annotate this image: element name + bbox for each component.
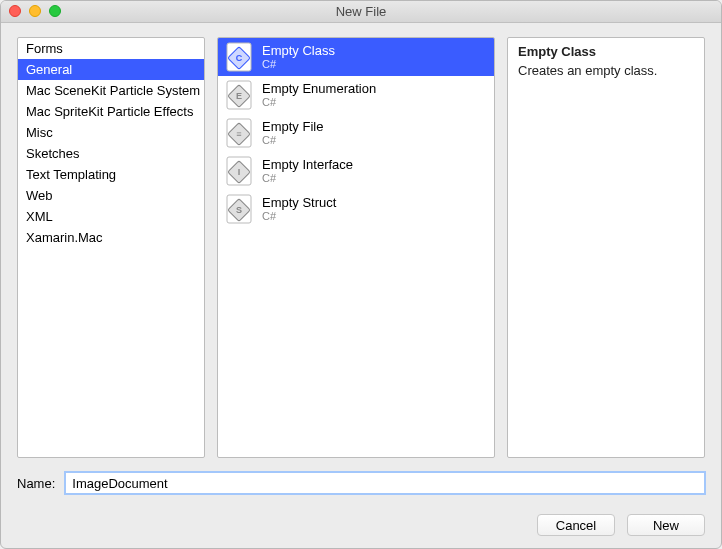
template-name: Empty Struct [262, 196, 336, 210]
category-item[interactable]: Xamarin.Mac [18, 227, 204, 248]
category-item[interactable]: Mac SceneKit Particle System [18, 80, 204, 101]
template-name: Empty Interface [262, 158, 353, 172]
template-list: CEmpty ClassC#EEmpty EnumerationC#≡Empty… [218, 38, 494, 228]
template-panel: CEmpty ClassC#EEmpty EnumerationC#≡Empty… [217, 37, 495, 458]
description-title: Empty Class [518, 44, 694, 59]
file-icon: ≡ [226, 118, 252, 148]
panels: FormsGeneralMac SceneKit Particle System… [17, 37, 705, 458]
minimize-icon[interactable] [29, 5, 41, 17]
template-item[interactable]: SEmpty StructC# [218, 190, 494, 228]
category-item[interactable]: General [18, 59, 204, 80]
category-item[interactable]: Web [18, 185, 204, 206]
name-input[interactable] [65, 472, 705, 494]
file-icon: C [226, 42, 252, 72]
template-item[interactable]: EEmpty EnumerationC# [218, 76, 494, 114]
category-item[interactable]: Sketches [18, 143, 204, 164]
category-panel: FormsGeneralMac SceneKit Particle System… [17, 37, 205, 458]
template-lang: C# [262, 172, 353, 184]
description-panel: Empty Class Creates an empty class. [507, 37, 705, 458]
new-file-dialog: New File FormsGeneralMac SceneKit Partic… [0, 0, 722, 549]
category-item[interactable]: XML [18, 206, 204, 227]
template-text: Empty StructC# [262, 196, 336, 222]
svg-text:C: C [236, 53, 243, 63]
close-icon[interactable] [9, 5, 21, 17]
name-label: Name: [17, 476, 55, 491]
category-item[interactable]: Mac SpriteKit Particle Effects [18, 101, 204, 122]
template-name: Empty Enumeration [262, 82, 376, 96]
category-item[interactable]: Forms [18, 38, 204, 59]
template-text: Empty ClassC# [262, 44, 335, 70]
template-lang: C# [262, 134, 323, 146]
file-icon: E [226, 80, 252, 110]
svg-text:I: I [238, 167, 241, 177]
window-controls [9, 5, 61, 17]
dialog-content: FormsGeneralMac SceneKit Particle System… [1, 23, 721, 548]
dialog-buttons: Cancel New [17, 508, 705, 536]
template-name: Empty Class [262, 44, 335, 58]
svg-text:≡: ≡ [236, 129, 241, 139]
file-icon: S [226, 194, 252, 224]
template-text: Empty InterfaceC# [262, 158, 353, 184]
template-name: Empty File [262, 120, 323, 134]
file-icon: I [226, 156, 252, 186]
template-text: Empty EnumerationC# [262, 82, 376, 108]
template-item[interactable]: ≡Empty FileC# [218, 114, 494, 152]
cancel-button[interactable]: Cancel [537, 514, 615, 536]
category-item[interactable]: Text Templating [18, 164, 204, 185]
svg-text:E: E [236, 91, 242, 101]
name-row: Name: [17, 472, 705, 494]
svg-text:S: S [236, 205, 242, 215]
new-button[interactable]: New [627, 514, 705, 536]
template-lang: C# [262, 58, 335, 70]
zoom-icon[interactable] [49, 5, 61, 17]
titlebar: New File [1, 1, 721, 23]
category-item[interactable]: Misc [18, 122, 204, 143]
template-lang: C# [262, 210, 336, 222]
template-text: Empty FileC# [262, 120, 323, 146]
template-item[interactable]: IEmpty InterfaceC# [218, 152, 494, 190]
template-item[interactable]: CEmpty ClassC# [218, 38, 494, 76]
template-lang: C# [262, 96, 376, 108]
description-body: Creates an empty class. [518, 63, 694, 78]
category-list: FormsGeneralMac SceneKit Particle System… [18, 38, 204, 248]
window-title: New File [336, 4, 387, 19]
